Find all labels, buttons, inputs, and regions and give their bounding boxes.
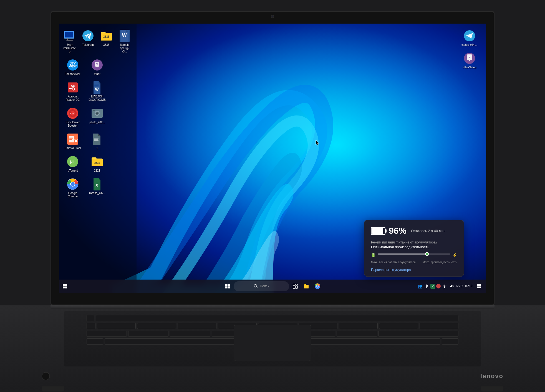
icon-shablon[interactable]: W ШАБЛОНЕКСКЛЮЗИВ: [86, 79, 108, 103]
svg-rect-41: [69, 139, 72, 140]
icon-row-0: Этоткомпьютер Telegram: [62, 28, 117, 55]
svg-point-75: [444, 287, 445, 288]
svg-text:Ac: Ac: [71, 84, 75, 87]
svg-rect-58: [65, 284, 67, 286]
icon-3333[interactable]: 3333 3333: [98, 28, 114, 55]
icon-row-6: GoogleChrome X готово_О6...: [62, 176, 117, 200]
trackpad[interactable]: [234, 325, 311, 361]
teamviewer-icon: Team Viewer: [66, 58, 79, 72]
svg-rect-24: [94, 85, 99, 85]
svg-rect-68: [296, 284, 297, 285]
taskbar-widgets-button[interactable]: [61, 282, 69, 290]
svg-rect-42: [94, 138, 99, 139]
icon-utorrent[interactable]: µT uTorrent: [62, 154, 84, 174]
icon-photo[interactable]: photo_202...: [86, 105, 108, 129]
battery-fill: [372, 228, 383, 234]
battery-left-icon: 🔋: [371, 253, 376, 257]
icon-acrobat[interactable]: Ac AcrobatReader DC: [62, 79, 84, 103]
svg-rect-79: [479, 287, 481, 288]
icon-viber-label: Viber: [94, 72, 100, 76]
battery-icon: [371, 227, 385, 235]
laptop-bottom: lenovo: [0, 305, 545, 391]
icon-utorrent-label: uTorrent: [68, 169, 78, 172]
photo-icon: [90, 107, 104, 120]
battery-label-left: Макс. время работы аккумулятора: [371, 261, 416, 264]
battery-time: Осталось 2 ч 40 мин.: [411, 229, 446, 233]
icon-tsetup[interactable]: tsetup-x64....: [458, 28, 481, 48]
svg-rect-78: [477, 287, 479, 288]
battery-header: 96% Осталось 2 ч 40 мин.: [371, 226, 457, 236]
svg-rect-36: [93, 110, 95, 111]
icon-uninstall[interactable]: Uninstall Tool: [62, 131, 84, 151]
start-button[interactable]: [223, 281, 233, 291]
svg-rect-69: [293, 286, 295, 288]
battery-slider-fill: [378, 253, 427, 255]
icon-acrobat-label: AcrobatReader DC: [66, 95, 80, 102]
tsetup-icon: [463, 29, 476, 42]
screen-bezel: Этоткомпьютер Telegram: [51, 11, 494, 305]
laptop-hinge: [51, 305, 494, 309]
search-bar[interactable]: Поиск: [234, 281, 289, 291]
lenovo-logo: lenovo: [480, 373, 503, 380]
svg-point-74: [317, 285, 319, 287]
icon-iobit-label: IObit DriverBooster: [66, 121, 80, 127]
icon-file1[interactable]: 1: [86, 131, 108, 151]
battery-mode-label: Режим питания (питание от аккумулятора):: [371, 240, 457, 244]
icon-shablon-label: ШАБЛОНЕКСКЛЮЗИВ: [89, 95, 106, 102]
svg-rect-43: [94, 139, 98, 140]
taskbar-time[interactable]: 16:10: [465, 284, 472, 288]
chrome-taskbar-icon[interactable]: [312, 281, 322, 291]
taskbar-lang[interactable]: РУС: [456, 284, 463, 288]
notification-button[interactable]: [474, 281, 484, 291]
icon-this-computer[interactable]: Этоткомпьютер: [62, 28, 78, 55]
battery-mode-value: Оптимальная производительность: [371, 245, 457, 249]
svg-text:µT: µT: [70, 159, 75, 164]
battery-label-right: Макс. производительность: [423, 261, 457, 264]
battery-slider-row: 🔋 ⚡: [371, 253, 457, 257]
icon-tsetup-label: tsetup-x64....: [461, 43, 478, 47]
battery-slider-labels: Макс. время работы аккумулятора Макс. пр…: [371, 261, 457, 264]
battery-popup: 96% Осталось 2 ч 40 мин. Режим питания (…: [364, 220, 464, 277]
battery-settings-link[interactable]: Параметры аккумулятора: [371, 268, 411, 272]
word-shablon-icon: W: [90, 81, 104, 94]
svg-text:W: W: [122, 32, 127, 38]
file-explorer-taskbar[interactable]: [301, 281, 311, 291]
desktop-icons-left: Этоткомпьютер Telegram: [59, 24, 120, 293]
tray-icon-windows-security[interactable]: ✓: [430, 284, 435, 289]
battery-slider[interactable]: [378, 253, 450, 255]
tray-icon-volume[interactable]: [448, 283, 455, 289]
battery-slider-track: [378, 253, 450, 255]
tray-icon-bluetooth[interactable]: [423, 283, 430, 289]
desktop-icons-right: tsetup-x64.... V ViberSetup: [456, 24, 486, 75]
task-view-button[interactable]: [290, 281, 300, 291]
icon-vibersetup[interactable]: V ViberSetup: [458, 50, 481, 71]
icon-2121[interactable]: 2121 2121: [86, 154, 108, 174]
icon-gotovo[interactable]: X готово_О6...: [86, 176, 108, 200]
svg-rect-64: [228, 287, 230, 289]
svg-text:3333: 3333: [103, 35, 110, 38]
excel-gotovo-icon: X: [90, 177, 104, 191]
icon-chrome-label: GoogleChrome: [68, 192, 78, 198]
icon-this-computer-label: Этоткомпьютер: [63, 43, 76, 53]
word-dogovor-icon: W: [118, 29, 131, 42]
tray-icon-people[interactable]: 👥: [417, 283, 423, 289]
icon-viber[interactable]: V Viber: [86, 57, 108, 77]
svg-text:X: X: [95, 183, 98, 187]
icon-dogovor[interactable]: W Договіроренди (У...: [117, 28, 133, 55]
search-placeholder: Поиск: [260, 284, 269, 288]
taskbar: Поиск: [59, 280, 486, 293]
computer-icon: [63, 29, 76, 42]
icon-telegram[interactable]: Telegram: [80, 28, 96, 55]
viber-icon: V: [90, 58, 104, 72]
folder-3333-icon: 3333: [100, 29, 113, 42]
tray-icon-network[interactable]: [441, 283, 448, 289]
icon-iobit[interactable]: IObit IObit DriverBooster: [62, 105, 84, 129]
svg-rect-61: [225, 284, 228, 286]
taskbar-center: Поиск: [223, 281, 322, 291]
svg-rect-44: [94, 140, 99, 141]
icon-dogovor-label: Договіроренди (У...: [118, 43, 131, 53]
icon-chrome[interactable]: GoogleChrome: [62, 176, 84, 200]
tray-icon-circle[interactable]: [436, 284, 441, 288]
icon-row-2: Ac AcrobatReader DC: [62, 79, 117, 103]
icon-teamviewer[interactable]: Team Viewer TeamViewer: [62, 57, 84, 77]
